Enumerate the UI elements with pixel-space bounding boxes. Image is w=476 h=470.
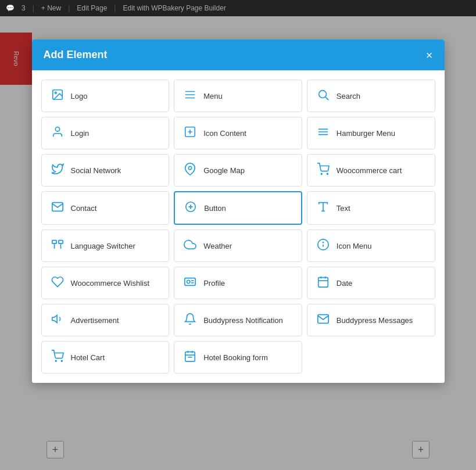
- element-item-date[interactable]: Date: [307, 267, 435, 299]
- date-icon: [317, 275, 330, 290]
- modal-header: Add Element ×: [32, 40, 445, 70]
- element-item-contact[interactable]: Contact: [41, 191, 170, 225]
- menu-label: Menu: [203, 92, 223, 101]
- language-switcher-label: Language Switcher: [71, 242, 135, 250]
- svg-point-5: [318, 91, 326, 98]
- icon-menu-icon: [317, 238, 330, 253]
- element-item-weather[interactable]: Weather: [174, 229, 302, 262]
- google-map-icon: [184, 163, 196, 178]
- svg-rect-21: [58, 241, 62, 244]
- hotel-cart-label: Hotel Cart: [71, 353, 105, 362]
- element-item-google-map[interactable]: Google Map: [174, 154, 302, 186]
- svg-rect-20: [52, 241, 56, 244]
- element-item-icon-menu[interactable]: Icon Menu: [307, 229, 435, 262]
- hotel-booking-form-label: Hotel Booking form: [203, 353, 268, 362]
- element-item-hotel-booking-form[interactable]: Hotel Booking form: [174, 341, 302, 374]
- modal-title: Add Element: [44, 49, 108, 61]
- svg-point-1: [55, 92, 56, 94]
- element-item-social-network[interactable]: Social Network: [41, 154, 170, 186]
- element-item-buddypress-notification[interactable]: Buddypress Notification: [174, 304, 302, 336]
- element-item-language-switcher[interactable]: Language Switcher: [41, 229, 170, 262]
- buddypress-notification-label: Buddypress Notification: [203, 316, 283, 325]
- buddypress-messages-label: Buddypress Messages: [337, 316, 413, 325]
- login-icon: [51, 125, 64, 141]
- comment-count: 3: [22, 4, 26, 12]
- icon-menu-label: Icon Menu: [337, 242, 372, 250]
- element-item-profile[interactable]: Profile: [174, 267, 302, 299]
- element-item-text[interactable]: Text: [307, 191, 435, 225]
- modal-close-button[interactable]: ×: [426, 49, 433, 61]
- logo-label: Logo: [71, 92, 88, 101]
- contact-label: Contact: [71, 204, 97, 213]
- element-item-advertisement[interactable]: Advertisement: [41, 304, 170, 336]
- edit-wpbakery-link[interactable]: Edit with WPBakery Page Builder: [123, 4, 226, 12]
- icon-content-label: Icon Content: [203, 129, 246, 138]
- element-item-hotel-cart[interactable]: Hotel Cart: [41, 341, 170, 374]
- add-element-modal: Add Element × LogoMenuSearchLoginIcon Co…: [32, 40, 445, 383]
- svg-point-37: [61, 360, 62, 361]
- svg-rect-31: [318, 278, 328, 288]
- element-item-login[interactable]: Login: [41, 117, 170, 149]
- buddypress-notification-icon: [184, 313, 196, 328]
- element-item-menu[interactable]: Menu: [174, 80, 302, 112]
- profile-label: Profile: [203, 279, 225, 288]
- element-item-search[interactable]: Search: [307, 80, 435, 112]
- new-link[interactable]: + New: [41, 4, 61, 12]
- hotel-booking-form-icon: [184, 350, 196, 365]
- edit-page-link[interactable]: Edit Page: [77, 4, 107, 12]
- element-item-buddypress-messages[interactable]: Buddypress Messages: [307, 304, 435, 336]
- element-item-hamburger-menu[interactable]: Hamburger Menu: [307, 117, 435, 149]
- language-switcher-icon: [51, 238, 64, 253]
- svg-line-6: [325, 97, 328, 100]
- login-label: Login: [71, 129, 90, 138]
- weather-label: Weather: [203, 242, 232, 250]
- menu-icon: [184, 88, 196, 103]
- hamburger-menu-label: Hamburger Menu: [337, 129, 395, 138]
- top-bar: 💬 3 | + New | Edit Page | Edit with WPBa…: [0, 0, 476, 16]
- search-icon: [317, 88, 330, 103]
- svg-point-14: [327, 173, 328, 174]
- elements-grid: LogoMenuSearchLoginIcon ContentHamburger…: [41, 80, 435, 374]
- date-label: Date: [337, 279, 352, 288]
- hamburger-menu-icon: [317, 125, 330, 141]
- svg-point-36: [55, 360, 56, 361]
- social-network-label: Social Network: [71, 166, 121, 175]
- svg-marker-35: [52, 315, 56, 323]
- woocommerce-cart-label: Woocommerce cart: [337, 166, 402, 175]
- svg-point-13: [321, 173, 322, 174]
- buddypress-messages-icon: [317, 313, 330, 328]
- comment-icon: 💬: [6, 4, 15, 12]
- text-icon: [317, 200, 330, 216]
- button-label: Button: [204, 204, 226, 213]
- woocommerce-wishlist-label: Woocommerce Wishlist: [71, 279, 150, 288]
- google-map-label: Google Map: [203, 166, 245, 175]
- contact-icon: [51, 200, 64, 216]
- text-label: Text: [337, 204, 350, 213]
- svg-point-7: [55, 127, 59, 131]
- logo-icon: [51, 88, 64, 103]
- advertisement-icon: [51, 313, 64, 328]
- element-item-woocommerce-wishlist[interactable]: Woocommerce Wishlist: [41, 267, 170, 299]
- woocommerce-cart-icon: [317, 163, 330, 178]
- element-item-button[interactable]: Button: [174, 191, 302, 225]
- search-label: Search: [337, 92, 360, 101]
- modal-body[interactable]: LogoMenuSearchLoginIcon ContentHamburger…: [32, 70, 445, 383]
- element-item-logo[interactable]: Logo: [41, 80, 170, 112]
- weather-icon: [184, 238, 196, 253]
- advertisement-label: Advertisement: [71, 316, 119, 325]
- hotel-cart-icon: [51, 350, 64, 365]
- social-network-icon: [51, 163, 64, 178]
- svg-rect-38: [185, 352, 195, 362]
- svg-point-12: [188, 166, 192, 170]
- modal-overlay: Add Element × LogoMenuSearchLoginIcon Co…: [0, 16, 476, 470]
- icon-content-icon: [184, 125, 196, 141]
- profile-icon: [184, 275, 196, 290]
- element-item-icon-content[interactable]: Icon Content: [174, 117, 302, 149]
- element-item-woocommerce-cart[interactable]: Woocommerce cart: [307, 154, 435, 186]
- button-icon: [184, 200, 197, 216]
- woocommerce-wishlist-icon: [51, 275, 64, 290]
- svg-point-28: [187, 280, 191, 284]
